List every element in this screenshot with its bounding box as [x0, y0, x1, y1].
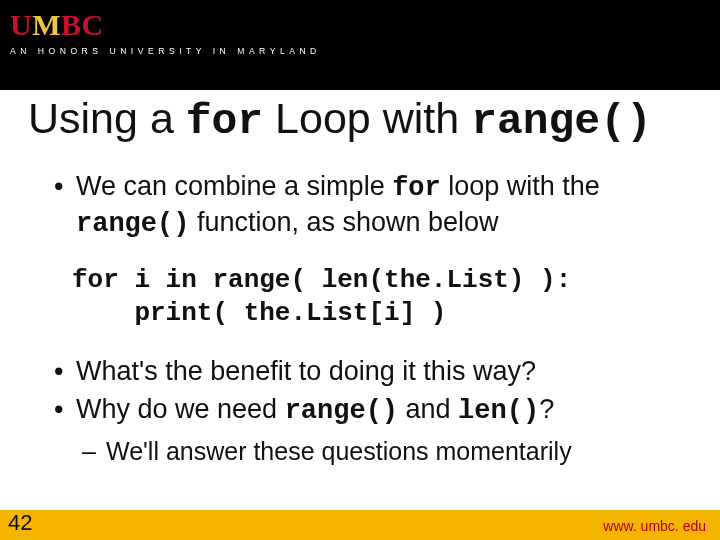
tagline: AN HONORS UNIVERSITY IN MARYLAND [10, 46, 321, 56]
slide-number: 42 [8, 510, 32, 536]
content-area: We can combine a simple for loop with th… [54, 170, 674, 467]
bullet-3-text-b: and [398, 394, 458, 424]
bullet-3-code-len: len() [458, 396, 539, 426]
bullet-1-code-for: for [392, 173, 441, 203]
bullet-2: What's the benefit to doing it this way? [54, 355, 674, 389]
subbullet-1: We'll answer these questions momentarily [54, 435, 674, 468]
bullet-1-text-a: We can combine a simple [76, 171, 392, 201]
bullet-1-text-b: loop with the [441, 171, 600, 201]
slide-title: Using a for Loop with range() [28, 96, 692, 144]
logo: UMBC AN HONORS UNIVERSITY IN MARYLAND [10, 8, 321, 56]
bullet-3-code-range: range() [285, 396, 398, 426]
title-code-for: for [186, 97, 263, 146]
logo-letter-m: M [32, 8, 61, 42]
bullet-3: Why do we need range() and len()? [54, 393, 674, 429]
bullet-3-text-a: Why do we need [76, 394, 285, 424]
code-block: for i in range( len(the.List) ): print( … [72, 264, 674, 332]
logo-letter-u: U [10, 8, 32, 42]
title-pre: Using a [28, 94, 186, 142]
bullet-1: We can combine a simple for loop with th… [54, 170, 674, 242]
logo-text: UMBC [10, 8, 321, 42]
footer-url: www. umbc. edu [603, 518, 706, 534]
title-code-range: range() [471, 97, 652, 146]
code-line-1: for i in range( len(the.List) ): [72, 265, 571, 295]
header-band: UMBC AN HONORS UNIVERSITY IN MARYLAND [0, 0, 720, 90]
bullet-1-code-range: range() [76, 209, 189, 239]
code-line-2: print( the.List[i] ) [72, 298, 446, 328]
slide: UMBC AN HONORS UNIVERSITY IN MARYLAND Us… [0, 0, 720, 540]
title-mid: Loop with [263, 94, 471, 142]
bullet-3-text-c: ? [539, 394, 554, 424]
logo-letter-c: C [82, 8, 104, 42]
logo-letter-b: B [61, 8, 82, 42]
bullet-1-text-c: function, as shown below [189, 207, 498, 237]
